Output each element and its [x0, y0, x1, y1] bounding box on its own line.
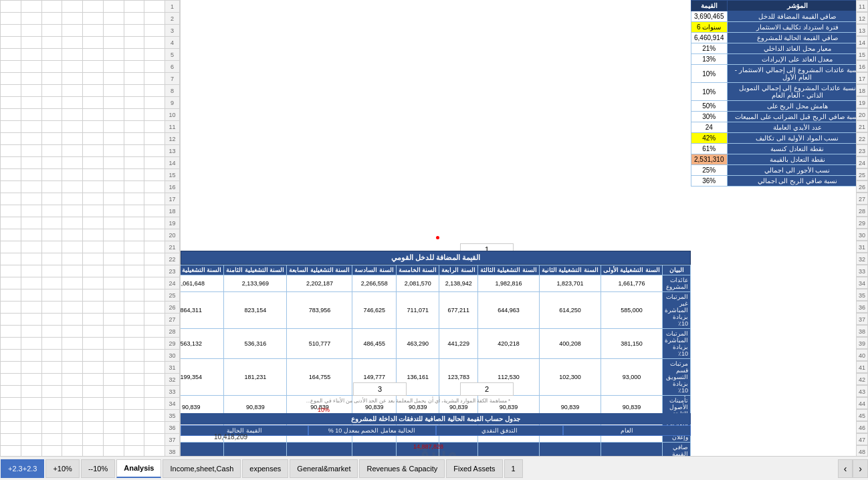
tab-analysis[interactable]: Analysis	[116, 459, 161, 478]
va-col-8: السنة التشغيلية الثامنة	[224, 265, 287, 275]
row-number-26: 36	[856, 301, 868, 313]
row-number-7: 17	[856, 72, 868, 84]
indicator-label-10: نسب المواد الأولية الى تكاليف	[727, 133, 868, 144]
va-cell-6-6: 3,954,898	[287, 443, 352, 457]
npv-header: جدول حساب القيمة الحالية الصافية للتدفقا…	[181, 413, 691, 425]
va-col-6: السنة السادسة	[352, 265, 397, 275]
npv-col-1: التدفق النقدي	[436, 425, 564, 436]
indicator-value-11: 61%	[691, 144, 728, 154]
va-cell-2-0: 381,150	[601, 329, 662, 359]
va-cell-0-3: 2,138,942	[439, 275, 478, 292]
indicator-label-0: صافي القيمة المضافة للدخل	[727, 11, 868, 22]
row-number-25: 35	[856, 289, 868, 301]
nav-prev[interactable]: ‹	[838, 459, 853, 478]
indicators-panel: المؤشر القيمة صافي القيمة المضافة للدخل3…	[687, 0, 868, 414]
row-number-27: 37	[856, 313, 868, 325]
indicator-label-3: معيار محل العائد الداخلي	[727, 43, 868, 54]
ind-header-label: المؤشر	[727, 1, 868, 11]
row-number-28: 38	[856, 325, 868, 337]
indicator-label-9: عدد الأيدي العاملة	[727, 122, 868, 133]
indicator-value-10: 42%	[691, 133, 728, 144]
tab-revenues[interactable]: Revenues & Capacity	[359, 459, 445, 478]
row-number-22: 32	[856, 253, 868, 265]
va-cell-6-8: 3,981,668	[181, 443, 224, 457]
number-box-2: 2	[460, 382, 514, 396]
va-cell-2-3: 441,229	[439, 329, 478, 359]
va-cell-0-1: 1,823,701	[539, 275, 601, 292]
row-number-29: 39	[856, 337, 868, 349]
tab-expenses[interactable]: expenses	[242, 459, 288, 478]
indicator-value-9: 24	[691, 122, 728, 133]
indicator-label-1: فترة استرداد تكاليف الاستثمار	[727, 22, 868, 33]
va-cell-1-6: 783,956	[287, 292, 352, 329]
va-col-5: السنة الخامسة	[396, 265, 439, 275]
row-number-20: 30	[856, 229, 868, 241]
npv-columns: العامالتدفق النقديالحالية معامل الخصم بم…	[181, 425, 691, 436]
va-row-label-6: صافي القيمة المضافة للدخل القومي	[663, 443, 691, 457]
va-cell-3-0: 93,000	[601, 359, 662, 396]
va-cell-2-1: 400,208	[539, 329, 601, 359]
indicator-label-7: هامش محل الربح على	[727, 101, 868, 112]
indicator-value-4: 13%	[691, 54, 728, 65]
left-spreadsheet-panel: 1234567891011121314151617181920212223242…	[0, 0, 181, 456]
va-col-0: البيان	[663, 265, 691, 275]
va-cell-2-6: 510,777	[287, 329, 352, 359]
taskbar-btn-3[interactable]: --10%	[81, 459, 115, 478]
va-cell-0-0: 1,661,776	[601, 275, 662, 292]
row-number-11: 21	[856, 120, 868, 132]
indicator-label-2: صافي القيمة الحالية للمشروع	[727, 33, 868, 43]
number-box-3: 3	[353, 382, 407, 396]
row-number-16: 26	[856, 181, 868, 193]
va-col-1: السنة التشغيلية الأولى	[601, 265, 662, 275]
va-cell-1-8: 864,311	[181, 292, 224, 329]
row-number-21: 31	[856, 241, 868, 253]
indicator-label-5: نسبة عائدات المشروع إلى إجمالي الاستثمار…	[727, 65, 868, 83]
indicator-value-1: سنوات 6	[691, 22, 728, 33]
formula-note: * مساهمة الكفة الموارد البشرية، أي أن يح…	[181, 398, 510, 404]
va-row-label-1: المرتبات غير المباشرة بزيادة 10٪	[663, 292, 691, 329]
va-cell-0-8: 2,061,648	[181, 275, 224, 292]
tab-income[interactable]: Income,sheet,Cash	[162, 459, 241, 478]
va-cell-6-7: ########	[224, 443, 287, 457]
row-number-13: 23	[856, 144, 868, 156]
indicator-label-12: نقطة التعادل بالقيمة	[727, 154, 868, 165]
va-cell-2-7: 536,316	[224, 329, 287, 359]
row-number-14: 24	[856, 156, 868, 168]
main-content: 1234567891011121314151617181920212223242…	[0, 0, 868, 456]
indicator-value-6: 10%	[691, 83, 728, 101]
tab-fixed-assets[interactable]: Fixed Assets	[446, 459, 502, 478]
taskbar: +2.3+2.3 +10% --10% Analysis Income,shee…	[0, 456, 868, 480]
va-col-4: السنة الرابعة	[439, 265, 478, 275]
indicator-label-6: نسبة عائدات المشروع إلى إجمالي التمويل ا…	[727, 83, 868, 101]
indicator-value-7: 50%	[691, 101, 728, 112]
indicator-value-13: 25%	[691, 165, 728, 176]
va-row-label-2: المرتبات المباشرة بزيادة 10٪	[663, 329, 691, 359]
spreadsheet-grid: 1234567891011121314151617181920212223242…	[0, 0, 180, 456]
va-cell-0-4: 2,081,570	[396, 275, 439, 292]
row-number-36: 46	[856, 421, 868, 433]
va-cell-0-2: 1,982,816	[477, 275, 539, 292]
va-cell-0-7: 2,133,969	[224, 275, 287, 292]
va-cell-1-0: 585,000	[601, 292, 662, 329]
tab-general[interactable]: General&market	[290, 459, 358, 478]
va-cell-6-5: 3,942,637	[352, 443, 397, 457]
tab-num[interactable]: 1	[504, 459, 523, 478]
taskbar-btn-1[interactable]: +2.3+2.3	[1, 459, 44, 478]
indicator-label-13: نسب الأجور الى اجمالي	[727, 165, 868, 176]
va-cell-6-1: 3,233,681	[539, 443, 601, 457]
indicator-label-8: نسبة صافي الربح قبل الضرائب على المبيعات	[727, 112, 868, 122]
row-number-6: 16	[856, 60, 868, 72]
taskbar-btn-2[interactable]: +10%	[45, 459, 79, 478]
row-number-38: 48	[856, 445, 868, 456]
nav-next[interactable]: ›	[853, 459, 868, 478]
va-cell-1-1: 614,250	[539, 292, 601, 329]
row-number-10: 20	[856, 108, 868, 120]
indicator-value-8: 30%	[691, 112, 728, 122]
row-number-30: 40	[856, 349, 868, 361]
row-number-23: 33	[856, 265, 868, 277]
va-col-3: السنة التشغيلية الثالثة	[477, 265, 539, 275]
va-cell-3-6: 164,755	[287, 359, 352, 396]
row-number-9: 19	[856, 96, 868, 108]
row-numbers: 1112131415161718192021222324252627282930…	[856, 0, 868, 456]
va-col-9: السنة التشغيلية التاسعة	[181, 265, 224, 275]
